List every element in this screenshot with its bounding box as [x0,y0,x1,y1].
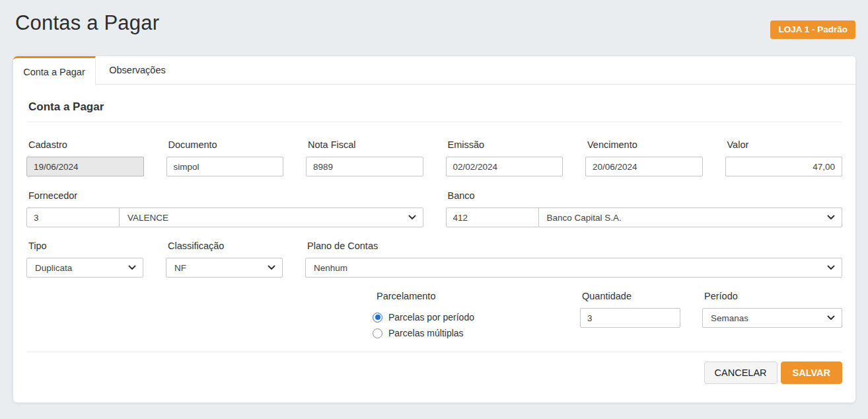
emissao-field: Emissão [446,139,563,176]
cancel-button[interactable]: CANCELAR [704,362,778,384]
quantidade-input[interactable] [580,308,680,328]
quantidade-field: Quantidade [580,291,680,340]
chevron-down-icon [827,315,835,321]
tipo-label: Tipo [26,241,143,251]
vencimento-label: Vencimento [585,139,703,150]
plano-de-contas-field: Plano de Contas Nenhum [305,241,842,278]
plano-de-contas-label: Plano de Contas [305,241,842,251]
page-header: Contas a Pagar LOJA 1 - Padrão [0,0,868,56]
tipo-select-value: Duplicata [35,263,72,273]
chevron-down-icon [827,215,835,220]
banco-code-input[interactable] [446,208,539,227]
classificacao-select-value: NF [174,263,186,273]
form-row-2: Fornecedor VALENCE Banco [26,190,842,227]
fornecedor-select[interactable]: VALENCE [119,208,423,227]
valor-label: Valor [725,139,843,150]
plano-de-contas-select-value: Nenhum [314,263,347,273]
banco-label: Banco [446,190,843,201]
save-button[interactable]: SALVAR [781,362,842,384]
radio-selected-icon [373,313,382,323]
nota-fiscal-field: Nota Fiscal [306,139,423,176]
vencimento-field: Vencimento [585,139,703,176]
chevron-down-icon [827,265,835,270]
banco-field: Banco Banco Capital S.A. [446,190,843,227]
banco-select-value: Banco Capital S.A. [547,213,622,223]
nota-fiscal-label: Nota Fiscal [306,139,423,150]
classificacao-label: Classificação [166,241,283,251]
form-row-3: Tipo Duplicata Classificação NF [26,241,842,278]
store-badge[interactable]: LOJA 1 - Padrão [770,20,855,39]
documento-input[interactable] [166,157,284,176]
plano-de-contas-select[interactable]: Nenhum [305,258,842,278]
emissao-input[interactable] [446,157,563,176]
documento-field: Documento [166,139,284,176]
form-row-1: Cadastro Documento Nota Fiscal Emissão V… [26,139,842,176]
chevron-down-icon [268,265,275,270]
radio-parcelas-multiplas[interactable]: Parcelas múltiplas [373,326,558,340]
periodo-select[interactable]: Semanas [702,308,842,328]
form-row-4: Parcelamento Parcelas por período Parcel… [26,291,842,340]
parcelamento-label: Parcelamento [373,291,558,301]
fornecedor-combo: VALENCE [26,208,423,227]
quantidade-label: Quantidade [580,291,680,301]
classificacao-field: Classificação NF [166,241,283,278]
tipo-select[interactable]: Duplicata [26,258,143,278]
section-title: Conta a Pagar [26,85,842,122]
radio-parcelas-por-periodo-label: Parcelas por período [388,312,474,323]
documento-label: Documento [166,139,284,150]
banco-select[interactable]: Banco Capital S.A. [538,208,843,227]
classificacao-select[interactable]: NF [166,258,283,278]
periodo-select-value: Semanas [711,313,748,323]
vencimento-input[interactable] [585,157,703,176]
valor-field: Valor [725,139,843,176]
main-card: Conta a Pagar Observações Conta a Pagar … [13,56,855,402]
tab-bar: Conta a Pagar Observações [13,56,855,85]
cadastro-label: Cadastro [26,139,144,150]
screen: Contas a Pagar LOJA 1 - Padrão Conta a P… [0,0,868,419]
chevron-down-icon [408,215,416,220]
nota-fiscal-input[interactable] [306,157,423,176]
radio-unselected-icon [373,328,382,338]
radio-parcelas-por-periodo[interactable]: Parcelas por período [373,310,558,324]
fornecedor-select-value: VALENCE [127,213,168,223]
fornecedor-field: Fornecedor VALENCE [26,190,423,227]
fornecedor-code-input[interactable] [26,208,120,227]
tab-conta-a-pagar[interactable]: Conta a Pagar [13,56,96,85]
tipo-field: Tipo Duplicata [26,241,143,278]
banco-combo: Banco Capital S.A. [446,208,843,227]
page-title: Contas a Pagar [15,11,159,35]
periodo-field: Período Semanas [702,291,842,340]
form-content: Conta a Pagar Cadastro Documento Nota Fi… [13,85,855,384]
chevron-down-icon [128,265,136,270]
fornecedor-label: Fornecedor [26,190,423,201]
cadastro-input [26,157,144,176]
radio-parcelas-multiplas-label: Parcelas múltiplas [388,328,464,338]
emissao-label: Emissão [446,139,563,150]
parcelamento-field: Parcelamento Parcelas por período Parcel… [373,291,558,340]
cadastro-field: Cadastro [26,139,144,176]
footer-actions: CANCELAR SALVAR [26,352,842,384]
tab-observacoes[interactable]: Observações [96,56,179,84]
valor-input[interactable] [725,157,843,176]
periodo-label: Período [702,291,842,301]
